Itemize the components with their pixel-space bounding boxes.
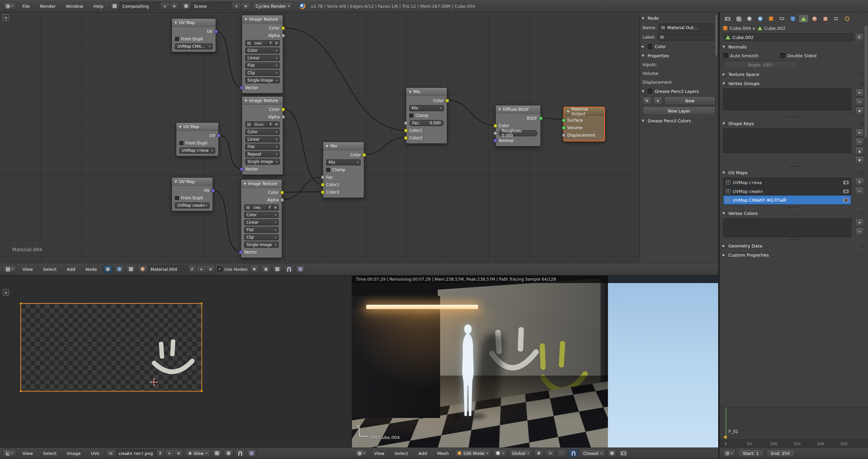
region-expand-icon[interactable]: +	[3, 289, 9, 296]
vertex-group-specials-button[interactable]: ▾	[855, 107, 864, 115]
editor-type-button[interactable]: ▾	[3, 265, 16, 273]
render-engine-dropdown[interactable]: Cycles Render ▾	[253, 2, 293, 10]
extension-dropdown[interactable]: Clip▾	[245, 70, 280, 76]
gp-draw-button[interactable]: ✎	[643, 97, 651, 105]
node-header[interactable]: ▼UV Map	[172, 19, 216, 27]
tab-material-icon[interactable]	[809, 14, 820, 23]
shader-type-world-icon[interactable]	[115, 265, 124, 273]
image-add-button[interactable]: +	[165, 449, 174, 457]
layout-browse-icon[interactable]	[110, 2, 120, 10]
editor-type-button[interactable]: ▾	[3, 2, 16, 10]
node-header[interactable]: ▼UV Map	[172, 178, 213, 186]
socket-fac-input[interactable]	[321, 175, 325, 179]
node-uv-map-1[interactable]: ▼UV Map UV From Dupli UVMap CMA...▾	[172, 18, 216, 52]
tab-object-icon[interactable]	[766, 14, 776, 23]
collapse-icon[interactable]: ▼	[409, 90, 411, 94]
blend-type-dropdown[interactable]: Mix▾	[326, 159, 361, 165]
tab-texture-icon[interactable]	[820, 14, 830, 23]
collapse-icon[interactable]: ▼	[244, 182, 246, 185]
interpolation-dropdown[interactable]: Linear▾	[245, 55, 280, 61]
clamp-checkbox[interactable]	[409, 114, 413, 118]
roughness-value-slider[interactable]: Roughnes: 0.000	[499, 130, 537, 136]
socket-vector-input[interactable]	[239, 250, 243, 254]
pivot-dropdown[interactable]: View▾	[185, 449, 210, 457]
collapse-icon[interactable]: ▼	[567, 110, 569, 113]
from-dupli-checkbox[interactable]	[175, 196, 179, 200]
uv-vertex[interactable]	[20, 390, 22, 392]
collapse-icon[interactable]: ▼	[245, 18, 247, 21]
gp-new-layer-button[interactable]: New Layer	[643, 106, 715, 115]
fac-value-slider[interactable]: Fac:0.500	[409, 120, 444, 126]
panel-grip[interactable]	[859, 212, 865, 215]
collapse-icon[interactable]: ▼	[175, 180, 177, 183]
snap-magnet-icon[interactable]	[284, 265, 294, 273]
list-resize-grip[interactable]	[723, 116, 865, 119]
material-browse-icon[interactable]	[138, 265, 148, 273]
panel-header-vertex-colors[interactable]: ▼Vertex Colors	[723, 208, 865, 218]
socket-color-output[interactable]	[281, 26, 285, 30]
timeline-editor[interactable]: F_01 0 50 100 150 200 250	[719, 407, 868, 447]
socket-fac-input[interactable]	[404, 121, 408, 125]
uvmap-select-dropdown[interactable]: UVMap CMA...▾	[175, 43, 213, 49]
fake-user-button[interactable]: F	[267, 204, 272, 211]
panel-header-properties[interactable]: ▼Properties	[642, 51, 716, 60]
socket-alpha-output[interactable]	[281, 34, 285, 38]
layout-name-field[interactable]: Compositing	[120, 2, 160, 10]
color-space-dropdown[interactable]: Color▾	[245, 129, 280, 135]
panel-grip[interactable]	[859, 244, 865, 247]
scene-add-button[interactable]: +	[232, 2, 241, 10]
tab-scene-icon[interactable]	[744, 14, 754, 23]
projection-dropdown[interactable]: Flat▾	[245, 62, 280, 68]
auto-smooth-angle-slider[interactable]: Angle: 180°	[723, 61, 798, 69]
node-uv-map-2[interactable]: ▼UV Map UV From Dupli UVMap стена▾	[176, 122, 219, 156]
fake-user-button[interactable]: F	[855, 33, 864, 41]
source-dropdown[interactable]: Single Image▾	[245, 77, 280, 83]
interpolation-dropdown[interactable]: Linear▾	[244, 219, 279, 225]
socket-alpha-output[interactable]	[281, 115, 285, 119]
clamp-checkbox[interactable]	[326, 168, 330, 172]
shape-key-remove-button[interactable]: −	[855, 138, 864, 146]
material-add-button[interactable]: +	[197, 265, 206, 273]
vertex-color-add-button[interactable]: +	[855, 218, 864, 226]
panel-grip[interactable]	[859, 45, 865, 48]
material-unlink-button[interactable]: ✕	[206, 265, 215, 273]
uv-image-canvas[interactable]	[20, 303, 202, 392]
render-slot-icon[interactable]	[247, 449, 256, 457]
render-camera-icon[interactable]	[843, 189, 849, 193]
frame-end-field[interactable]: End: 250	[766, 449, 795, 457]
socket-color-output[interactable]	[280, 191, 284, 195]
node-header[interactable]: ▼Image Texture	[241, 180, 282, 188]
viewport-shading-dropdown[interactable]: ▾	[493, 449, 507, 457]
image-name[interactable]: сма	[253, 40, 268, 46]
node-mix-1[interactable]: ▼Mix Color Mix▾ Clamp Fac Color1 Color2	[323, 142, 364, 198]
panel-header-vertex-groups[interactable]: ▼Vertex Groups	[723, 79, 865, 88]
breadcrumb-object[interactable]: Cube.004	[730, 26, 751, 31]
menu-add[interactable]: Add	[63, 263, 79, 275]
panel-grip[interactable]	[859, 171, 865, 174]
image-icon[interactable]	[245, 40, 253, 46]
vertex-color-remove-button[interactable]: −	[855, 227, 864, 236]
node-name-field[interactable]: Material Out...	[658, 23, 715, 32]
collapse-icon[interactable]: ▼	[179, 125, 181, 128]
source-dropdown[interactable]: Single Image▾	[244, 242, 279, 248]
render-camera-icon[interactable]	[843, 198, 849, 202]
node-header[interactable]: ▼Mix	[406, 88, 447, 96]
panel-grip[interactable]	[711, 90, 716, 93]
tab-physics-icon[interactable]	[842, 14, 852, 23]
collapse-icon[interactable]: ▼	[498, 108, 501, 111]
unlink-button[interactable]: ✕	[273, 204, 279, 211]
panel-header-color[interactable]: ▶Color	[642, 42, 716, 51]
vertex-group-add-button[interactable]: +	[855, 88, 864, 97]
tab-constraints-icon[interactable]	[777, 14, 787, 23]
node-diffuse-bsdf[interactable]: ▼Diffuse BSDF BSDF Color Roughnes: 0.000…	[495, 105, 541, 146]
socket-color1-input[interactable]	[404, 128, 408, 133]
fake-user-button[interactable]: F	[268, 40, 273, 46]
viewport-3d[interactable]: Time:00:07.29 | Remaining:00:07.29 | Mem…	[352, 275, 718, 447]
menu-render[interactable]: Render	[36, 0, 60, 12]
socket-displacement-input[interactable]	[562, 133, 566, 137]
menu-view[interactable]: View	[370, 448, 389, 459]
projection-dropdown[interactable]: Flat▾	[245, 144, 280, 150]
parent-node-tree-icon[interactable]	[261, 265, 271, 273]
uv-vertex[interactable]	[20, 302, 22, 305]
socket-vector-input[interactable]	[240, 86, 244, 90]
